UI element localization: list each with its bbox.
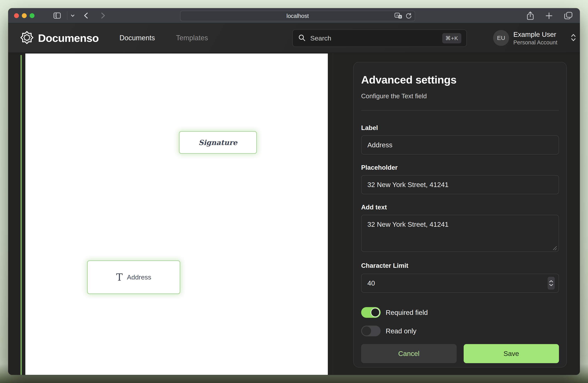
user-name: Example User: [513, 30, 557, 38]
sidebar-toggle-icon[interactable]: [53, 12, 61, 20]
text-field-T-icon: T: [116, 272, 123, 282]
forward-button[interactable]: [100, 12, 106, 20]
user-menu[interactable]: EU Example User Personal Account: [493, 23, 577, 53]
document-page: Signature T Address: [25, 54, 328, 375]
text-field-label: Address: [127, 273, 151, 281]
search-placeholder: Search: [310, 35, 438, 42]
read-only-row: Read only: [361, 326, 559, 336]
label-input[interactable]: [361, 135, 559, 154]
required-field-row: Required field: [361, 307, 559, 318]
text-field-address[interactable]: T Address: [87, 260, 180, 294]
zoom-window-button[interactable]: [30, 13, 35, 18]
search-input[interactable]: Search ⌘+K: [292, 29, 467, 47]
panel-title: Advanced settings: [361, 74, 559, 86]
translate-icon[interactable]: A ★: [395, 13, 402, 19]
user-account-type: Personal Account: [513, 39, 557, 46]
content-divider: [333, 53, 333, 375]
search-shortcut-badge: ⌘+K: [442, 33, 461, 43]
charlimit-field-label: Character Limit: [361, 262, 559, 269]
close-window-button[interactable]: [14, 13, 19, 18]
share-icon[interactable]: [526, 11, 534, 20]
advanced-settings-panel: Advanced settings Configure the Text fie…: [353, 62, 567, 367]
textarea-resize-handle[interactable]: [553, 246, 557, 250]
save-button[interactable]: Save: [464, 344, 559, 363]
url-text: localhost: [287, 13, 309, 19]
new-tab-icon[interactable]: [545, 12, 553, 20]
content-area: Signature T Address Advanced settings Co…: [8, 53, 580, 375]
browser-window: localhost A ★: [8, 8, 580, 375]
minimize-window-button[interactable]: [22, 13, 27, 18]
main-nav: Documents Templates: [120, 23, 208, 53]
read-only-toggle[interactable]: [361, 326, 381, 336]
placeholder-field-label: Placeholder: [361, 164, 559, 171]
address-bar[interactable]: localhost A ★: [180, 11, 415, 21]
label-field-label: Label: [361, 125, 559, 131]
svg-text:★: ★: [399, 15, 401, 18]
placeholder-input[interactable]: [361, 175, 559, 194]
page-edge-indicator: [21, 55, 22, 375]
brand-name: Documenso: [38, 32, 99, 44]
sidebar-chevron-down-icon[interactable]: [70, 13, 75, 18]
documenso-logo-icon: [21, 31, 33, 45]
browser-chrome: localhost A ★: [8, 8, 580, 23]
charlimit-input[interactable]: [361, 274, 559, 293]
cancel-button[interactable]: Cancel: [361, 344, 457, 363]
required-field-toggle[interactable]: [361, 307, 381, 318]
tabs-overview-icon[interactable]: [564, 12, 573, 20]
brand[interactable]: Documenso: [21, 23, 99, 53]
required-field-label: Required field: [386, 309, 428, 316]
svg-text:A: A: [396, 14, 398, 17]
chrome-divider: [67, 11, 67, 20]
panel-divider: [361, 110, 559, 111]
read-only-label: Read only: [386, 327, 417, 335]
addtext-textarea[interactable]: 32 New York Street, 41241: [361, 215, 559, 252]
traffic-lights: [14, 13, 35, 18]
app-header: Documenso Documents Templates Search ⌘+K…: [8, 23, 580, 53]
avatar: EU: [493, 30, 509, 46]
signature-field[interactable]: Signature: [179, 131, 257, 154]
nav-documents[interactable]: Documents: [120, 34, 155, 42]
account-switcher-icon[interactable]: [570, 33, 577, 43]
search-icon: [298, 34, 306, 43]
back-button[interactable]: [83, 12, 89, 20]
addtext-field-label: Add text: [361, 204, 559, 211]
number-stepper[interactable]: [548, 277, 555, 289]
reload-icon[interactable]: [405, 13, 412, 19]
panel-subtitle: Configure the Text field: [361, 92, 559, 100]
nav-templates[interactable]: Templates: [176, 34, 208, 42]
signature-field-label: Signature: [198, 138, 237, 147]
